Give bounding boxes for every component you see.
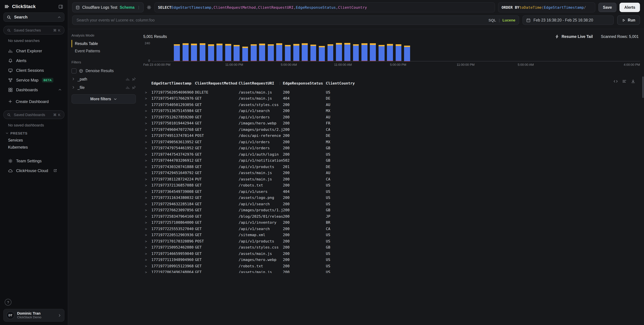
histogram-bar[interactable] <box>182 43 188 61</box>
table-row[interactable]: >1771977225553527040GET/api/v1/search200… <box>143 226 640 232</box>
preset-item-kubernetes[interactable]: Kubernetes <box>3 144 64 151</box>
histogram-bar[interactable] <box>362 43 368 61</box>
table-row[interactable]: >1771977170170320896POST/api/v1/products… <box>143 238 640 244</box>
histogram-bar[interactable] <box>234 45 240 61</box>
collapse-sidebar-icon[interactable] <box>58 4 63 9</box>
expand-row-icon[interactable]: > <box>143 227 151 231</box>
table-row[interactable]: >1771977490563613952GET/api/v1/orders200… <box>143 139 640 145</box>
histogram-plot[interactable]: 240 0 <box>152 42 640 61</box>
expand-row-icon[interactable]: > <box>143 115 151 119</box>
orderby-clause-editor[interactable]: ORDER BY toDateTime(EdgeStartTimestamp / <box>498 2 595 12</box>
pin-icon[interactable] <box>132 77 136 81</box>
table-row[interactable]: >1771977513675145984GET/api/v1/search200… <box>143 108 640 114</box>
presets-section-header[interactable]: PRESETS <box>3 130 64 136</box>
mode-results-table[interactable]: Results Table <box>72 40 136 47</box>
column-resize-handle[interactable]: ⋮⋮ <box>278 81 284 85</box>
histogram-bar[interactable] <box>285 45 291 61</box>
expand-row-icon[interactable]: > <box>143 140 151 144</box>
table-row[interactable]: >1771977381128724224PUT/assets/main.js20… <box>143 176 640 182</box>
table-row[interactable]: >1771977111948904960GET/images/hero.webp… <box>143 257 640 263</box>
column-header-EdgeStartTimestamp[interactable]: EdgeStartTimestamp <box>151 81 195 85</box>
expand-row-icon[interactable]: > <box>143 128 151 131</box>
saved-dashboards-input[interactable] <box>13 112 51 117</box>
lucene-toggle[interactable]: Lucene <box>502 18 515 22</box>
table-row[interactable]: >1771977429451649792GET/assets/main.js20… <box>143 170 640 176</box>
expand-row-icon[interactable]: > <box>143 122 151 125</box>
table-row[interactable]: >1771977540501293056GET/assets/styles.cs… <box>143 102 640 108</box>
histogram-bar[interactable] <box>276 43 282 61</box>
sidebar-item-team-settings[interactable]: Team Settings <box>3 156 64 166</box>
table-row[interactable]: >1771977444703206912GET/api/v1/notificat… <box>143 157 640 164</box>
histogram-bar[interactable] <box>319 46 325 61</box>
schema-link[interactable]: Schema <box>120 5 134 9</box>
expand-row-icon[interactable]: > <box>143 271 151 273</box>
table-row[interactable]: >1771977146659959040GET/assets/main.js20… <box>143 251 640 257</box>
column-resize-handle[interactable]: ⋮⋮ <box>190 81 196 85</box>
histogram-bar[interactable] <box>268 44 274 61</box>
histogram-bar[interactable] <box>378 45 384 61</box>
histogram-bar[interactable] <box>191 44 197 61</box>
column-header-ClientRequestMethod[interactable]: ⋮⋮ClientRequestMethod <box>195 81 238 85</box>
table-row[interactable]: >1771977063496248064GET/assets/main.js20… <box>143 269 640 273</box>
table-row[interactable]: >1771977294632285184GET/api/v1/search200… <box>143 201 640 207</box>
expand-row-icon[interactable]: > <box>143 171 151 175</box>
table-row[interactable]: >1771977479754461952GET/api/v1/orders200… <box>143 145 640 151</box>
table-row[interactable]: >1771977150952462080GET/assets/styles.cs… <box>143 244 640 251</box>
histogram-bar[interactable] <box>259 44 265 61</box>
table-row[interactable]: >1771977562054696960DELETE/assets/main.j… <box>143 89 640 95</box>
expand-row-icon[interactable]: > <box>143 146 151 150</box>
column-header-ClientRequestURI[interactable]: ⋮⋮ClientRequestURI <box>238 81 283 85</box>
alerts-button[interactable]: Alerts <box>620 3 640 12</box>
histogram-bar[interactable] <box>396 44 402 61</box>
save-button[interactable]: Save <box>598 3 617 12</box>
table-row[interactable]: >1771977258347964160GET/blog/2025/01/rel… <box>143 213 640 220</box>
denoise-results-toggle[interactable]: Denoise Results <box>72 67 136 75</box>
event-search-input[interactable] <box>76 18 488 22</box>
more-filters-button[interactable]: More filters <box>72 94 136 104</box>
resume-live-tail-button[interactable]: Resume Live Tail <box>552 33 596 40</box>
histogram-bar[interactable] <box>336 43 342 61</box>
table-row[interactable]: >1771977512627859200GET/api/v1/orders200… <box>143 114 640 120</box>
expand-row-icon[interactable]: > <box>143 202 151 206</box>
histogram-bar[interactable] <box>404 46 410 61</box>
histogram-bar[interactable] <box>302 43 308 61</box>
filter-field-file[interactable]: _file <box>72 83 136 92</box>
expand-row-icon[interactable]: > <box>143 196 151 200</box>
expand-row-icon[interactable]: > <box>143 208 151 212</box>
column-resize-handle[interactable]: ⋮⋮ <box>321 81 326 85</box>
saved-searches-input[interactable] <box>13 28 51 32</box>
table-row[interactable]: >1771977220512903936GET/sitemap.xml200US <box>143 232 640 238</box>
expand-row-icon[interactable]: > <box>143 159 151 162</box>
filter-field-path[interactable]: _path <box>72 75 136 83</box>
table-row[interactable]: >1771977501019442944GET/images/hero.webp… <box>143 120 640 126</box>
table-row[interactable]: >1771977311634380032GET/assets/logo.png2… <box>143 195 640 201</box>
table-row[interactable]: >1771977430320741888GET/api/v1/products2… <box>143 164 640 170</box>
field-chart-icon[interactable] <box>126 77 130 81</box>
expand-row-icon[interactable]: > <box>143 91 151 94</box>
table-row[interactable]: >1771977495137478144POST/docs/api-refere… <box>143 133 640 139</box>
date-range-picker[interactable]: Feb 23 16:38:20 - Feb 25 16:38:20 <box>522 15 614 25</box>
table-scrollbar[interactable] <box>642 76 644 98</box>
expand-row-icon[interactable]: > <box>143 103 151 107</box>
histogram-bar[interactable] <box>310 45 316 61</box>
table-row[interactable]: >1771977109915123968GET/robots.txt200US <box>143 263 640 269</box>
expand-row-icon[interactable]: > <box>143 233 151 237</box>
expand-row-icon[interactable]: > <box>143 252 151 256</box>
expand-row-icon[interactable]: > <box>143 165 151 169</box>
table-row[interactable]: >1771977276623097856GET/images/products/… <box>143 207 640 213</box>
expand-row-icon[interactable]: > <box>143 240 151 243</box>
help-button[interactable]: ? <box>5 299 12 306</box>
field-chart-icon[interactable] <box>126 85 130 89</box>
histogram-bar[interactable] <box>225 44 231 61</box>
expand-row-icon[interactable]: > <box>143 264 151 268</box>
expand-row-icon[interactable]: > <box>143 153 151 156</box>
run-button[interactable]: Run <box>617 15 640 25</box>
sidebar-item-search[interactable]: Search <box>3 12 64 22</box>
expand-row-icon[interactable]: > <box>143 177 151 181</box>
table-row[interactable]: >1771977496047072768GET/images/products/… <box>143 126 640 133</box>
column-header-ClientCountry[interactable]: ⋮⋮ClientCountry <box>326 81 640 85</box>
histogram-bar[interactable] <box>387 44 393 61</box>
sidebar-item-alerts[interactable]: Alerts <box>3 56 64 65</box>
table-row[interactable]: >1771977364549739008GET/api/v1/users404U… <box>143 189 640 195</box>
histogram-bar[interactable] <box>370 43 376 61</box>
